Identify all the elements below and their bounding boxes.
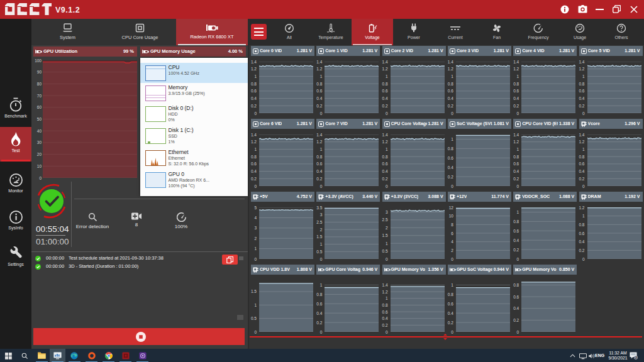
svg-text:S: S xyxy=(635,356,637,359)
